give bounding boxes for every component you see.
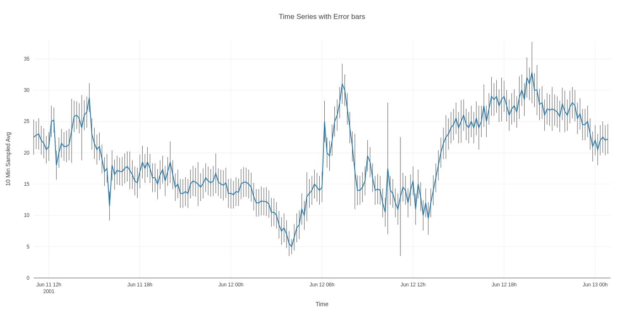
y-tick-label: 10 [24,212,30,218]
x-tick-label: Jun 11 12h [36,282,61,288]
chart-svg[interactable]: 05101520253035Jun 11 12h2001Jun 11 18hJu… [0,0,644,318]
x-tick-year: 2001 [43,289,55,294]
y-axis-label: 10 Min Sampled Avg [5,132,11,186]
x-tick-label: Jun 12 06h [310,282,334,288]
x-axis-label: Time [315,301,329,307]
y-tick-label: 15 [24,181,30,187]
x-tick-label: Jun 13 00h [583,282,607,288]
x-tick-label: Jun 12 00h [218,282,243,288]
y-tick-label: 30 [24,87,30,93]
y-tick-label: 20 [24,150,30,156]
y-tick-label: 0 [27,275,29,281]
y-tick-label: 35 [24,56,30,62]
x-tick-label: Jun 11 18h [127,282,152,288]
y-tick-label: 25 [24,118,30,124]
x-tick-label: Jun 12 18h [492,282,517,288]
y-tick-label: 5 [27,244,29,250]
x-tick-label: Jun 12 12h [400,282,425,288]
